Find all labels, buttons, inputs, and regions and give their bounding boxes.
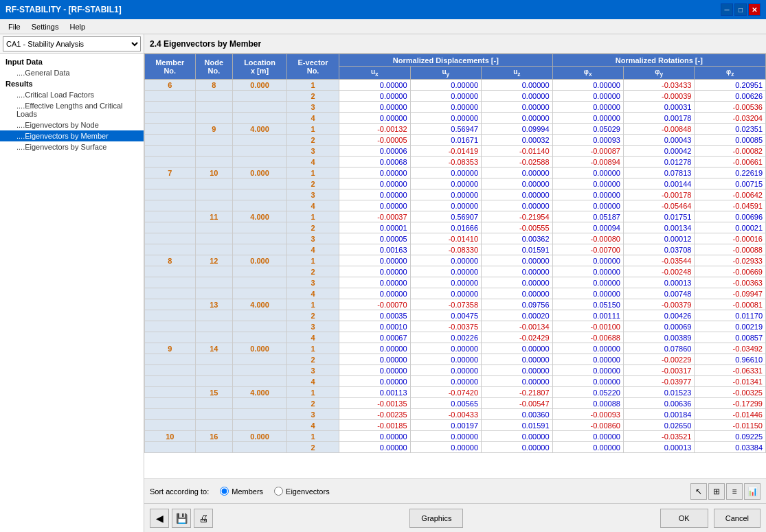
cell-node xyxy=(195,354,233,365)
cell-phiz: 0.00857 xyxy=(695,332,766,343)
cell-phiz: 0.00085 xyxy=(695,135,766,146)
ok-button[interactable]: OK xyxy=(660,509,708,528)
cell-uz: -0.01140 xyxy=(482,146,552,157)
table-row: 3-0.00235-0.004330.00360-0.000930.00184-… xyxy=(145,409,766,420)
cell-uz: 0.00000 xyxy=(482,102,552,113)
cell-evec: 3 xyxy=(286,365,339,376)
cell-location xyxy=(233,354,287,365)
cell-uz: -0.21954 xyxy=(482,211,552,222)
cell-uy: 0.00000 xyxy=(410,442,481,453)
cell-node xyxy=(195,189,233,200)
cell-location: 0.000 xyxy=(233,343,287,354)
cell-location xyxy=(233,332,287,343)
cell-ux: -0.00070 xyxy=(339,299,410,310)
table-row: 40.000670.00226-0.02429-0.006880.003890.… xyxy=(145,332,766,343)
cell-phiy: 0.01523 xyxy=(623,387,694,398)
cell-member xyxy=(145,310,196,321)
tree-item-critical-loads[interactable]: ....Critical Load Factors xyxy=(0,89,144,100)
table-row: 30.000000.000000.000000.00000-0.00178-0.… xyxy=(145,189,766,200)
cell-phix: 0.05187 xyxy=(552,211,623,222)
cell-node xyxy=(195,135,233,146)
cell-phix: 0.00111 xyxy=(552,310,623,321)
cell-evec: 3 xyxy=(286,321,339,332)
minimize-button[interactable]: ─ xyxy=(721,3,733,16)
cell-ux: 0.00000 xyxy=(339,178,410,189)
cancel-button[interactable]: Cancel xyxy=(714,509,761,528)
cell-phiz: 0.22619 xyxy=(695,167,766,178)
cell-evec: 3 xyxy=(286,102,339,113)
cell-phix: 0.00000 xyxy=(552,431,623,442)
cell-location xyxy=(233,398,287,409)
cell-phix: 0.00000 xyxy=(552,255,623,266)
cell-phiy: -0.00248 xyxy=(623,266,694,277)
tool-buttons: ↖ ⊞ ≡ 📊 xyxy=(690,483,761,500)
cell-location xyxy=(233,178,287,189)
radio-members[interactable]: Members xyxy=(220,487,263,496)
cell-phiy: 0.00748 xyxy=(623,288,694,299)
radio-members-input[interactable] xyxy=(220,487,229,496)
cell-member xyxy=(145,135,196,146)
table-row: 20.000010.01666-0.005550.000940.001340.0… xyxy=(145,222,766,233)
cell-evec: 4 xyxy=(286,113,339,124)
cell-uz: 0.00000 xyxy=(482,431,552,442)
table-row: 30.00005-0.014100.00362-0.000800.00012-0… xyxy=(145,233,766,244)
cell-member xyxy=(145,266,196,277)
cell-phiy: -0.00178 xyxy=(623,189,694,200)
cell-phiy: 0.00069 xyxy=(623,321,694,332)
cell-phiz: 0.00696 xyxy=(695,211,766,222)
cell-ux: 0.00000 xyxy=(339,365,410,376)
radio-eigenvectors-input[interactable] xyxy=(274,487,283,496)
cell-phiz: -0.01341 xyxy=(695,376,766,387)
cell-uy: 0.00565 xyxy=(410,398,481,409)
nav-print-button[interactable]: 🖨 xyxy=(194,509,213,528)
maximize-button[interactable]: □ xyxy=(734,3,747,16)
cell-uz: 0.01591 xyxy=(482,244,552,255)
cell-phiz: -0.00082 xyxy=(695,146,766,157)
table-row: 30.000000.000000.000000.000000.00031-0.0… xyxy=(145,102,766,113)
tree-item-eigenvectors-node[interactable]: ....Eigenvectors by Node xyxy=(0,119,144,130)
cell-phiy: -0.00039 xyxy=(623,91,694,102)
cell-uz: 0.09994 xyxy=(482,124,552,135)
cell-ux: 0.00067 xyxy=(339,332,410,343)
cell-phix: 0.00000 xyxy=(552,189,623,200)
tree-item-general-data[interactable]: ....General Data xyxy=(0,67,144,78)
tree-item-eigenvectors-member[interactable]: ....Eigenvectors by Member xyxy=(0,130,144,141)
menu-settings[interactable]: Settings xyxy=(26,21,65,32)
graphics-button[interactable]: Graphics xyxy=(409,509,463,528)
cell-node xyxy=(195,442,233,453)
cell-phiy: 0.00144 xyxy=(623,178,694,189)
analysis-select[interactable]: CA1 - Stability Analysis xyxy=(3,36,141,51)
menu-file[interactable]: File xyxy=(3,21,26,32)
cell-member xyxy=(145,124,196,135)
nav-back-button[interactable]: ◀ xyxy=(150,509,169,528)
tree-item-effective-lengths[interactable]: ....Effective Lengths and Critical Loads xyxy=(0,100,144,119)
cell-ux: 0.00001 xyxy=(339,222,410,233)
cell-phix: 0.00000 xyxy=(552,288,623,299)
cell-uz: 0.00000 xyxy=(482,91,552,102)
table-row: 20.000350.004750.000200.001110.004260.01… xyxy=(145,310,766,321)
tree-item-eigenvectors-surface[interactable]: ....Eigenvectors by Surface xyxy=(0,141,144,152)
tool-btn-view[interactable]: ⊞ xyxy=(708,483,725,500)
cell-phiz: 0.96610 xyxy=(695,354,766,365)
cell-evec: 1 xyxy=(286,387,339,398)
cell-uy: -0.00433 xyxy=(410,409,481,420)
tool-btn-export[interactable]: 📊 xyxy=(744,483,761,500)
nav-save-button[interactable]: 💾 xyxy=(172,509,191,528)
cell-ux: 0.00000 xyxy=(339,343,410,354)
table-row: 114.0001-0.000370.56907-0.219540.051870.… xyxy=(145,211,766,222)
close-button[interactable]: ✕ xyxy=(748,3,761,16)
cell-evec: 2 xyxy=(286,442,339,453)
cell-uz: 0.00000 xyxy=(482,288,552,299)
cell-ux: -0.00235 xyxy=(339,409,410,420)
cell-evec: 4 xyxy=(286,376,339,387)
menu-help[interactable]: Help xyxy=(64,21,91,32)
tool-btn-filter[interactable]: ≡ xyxy=(726,483,743,500)
cell-uy: 0.00000 xyxy=(410,200,481,211)
cell-ux: 0.00000 xyxy=(339,91,410,102)
radio-eigenvectors[interactable]: Eigenvectors xyxy=(274,487,330,496)
cell-phiz: -0.09947 xyxy=(695,288,766,299)
cell-node xyxy=(195,266,233,277)
cell-phiz: 0.00219 xyxy=(695,321,766,332)
tool-btn-select[interactable]: ↖ xyxy=(690,483,707,500)
table-container[interactable]: MemberNo. NodeNo. Locationx [m] E-vector… xyxy=(144,54,766,478)
